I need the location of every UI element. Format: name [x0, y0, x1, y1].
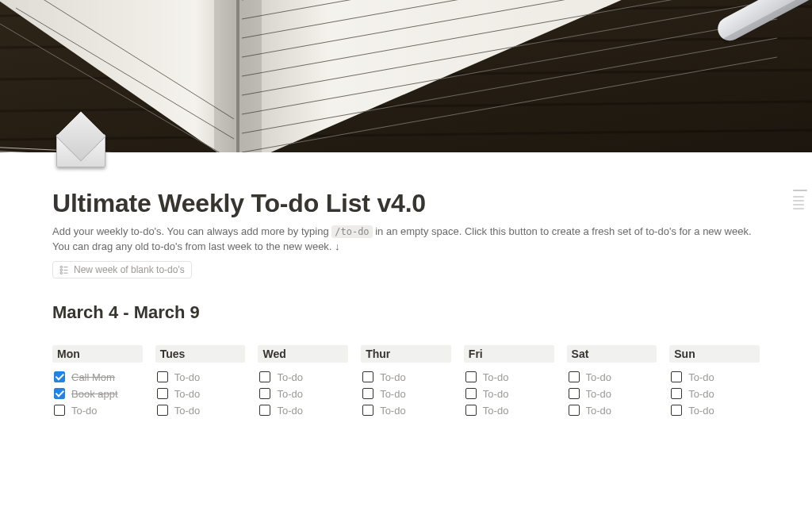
todo-checkbox[interactable]	[157, 371, 168, 382]
todo-checkbox[interactable]	[569, 371, 580, 382]
svg-rect-25	[60, 269, 62, 271]
cover-image	[0, 0, 812, 152]
todo-checkbox[interactable]	[362, 371, 373, 382]
todo-label[interactable]: To-do	[277, 388, 303, 400]
week-columns: MonCall MomBook apptTo-doTuesTo-doTo-doT…	[52, 345, 760, 419]
todo-label[interactable]: To-do	[277, 405, 303, 417]
todo-label[interactable]: To-do	[380, 405, 406, 417]
todo-label[interactable]: To-do	[688, 405, 714, 417]
description-text-1: Add your weekly to-do's. You can always …	[52, 225, 331, 237]
todo-checkbox[interactable]	[259, 371, 270, 382]
todo-checkbox[interactable]	[157, 405, 168, 416]
todo-label[interactable]: To-do	[586, 388, 612, 400]
svg-rect-24	[60, 266, 62, 267]
todo-item[interactable]: To-do	[567, 402, 657, 419]
todo-item[interactable]: To-do	[258, 402, 348, 419]
todo-item[interactable]: To-do	[669, 402, 760, 419]
todo-label[interactable]: To-do	[174, 371, 201, 383]
new-week-button[interactable]: New week of blank to-do's	[52, 261, 192, 278]
todo-checkbox[interactable]	[671, 371, 682, 382]
todo-item[interactable]: To-do	[52, 402, 143, 419]
day-header[interactable]: Thur	[361, 345, 451, 363]
todo-checkbox[interactable]	[157, 388, 168, 399]
day-column: FriTo-doTo-doTo-do	[464, 345, 554, 419]
todo-checkbox[interactable]	[465, 371, 477, 382]
todo-checkbox[interactable]	[671, 388, 682, 399]
todo-checkbox[interactable]	[569, 405, 580, 416]
todo-checkbox[interactable]	[569, 388, 580, 399]
page-icon[interactable]	[52, 122, 109, 179]
todo-label[interactable]: Book appt	[71, 388, 118, 400]
todo-item[interactable]: To-do	[155, 402, 246, 419]
todo-checkbox[interactable]	[54, 371, 65, 382]
todo-label[interactable]: To-do	[688, 388, 714, 400]
todo-item[interactable]: To-do	[464, 386, 554, 402]
todo-item[interactable]: To-do	[669, 386, 760, 402]
day-column: SunTo-doTo-doTo-do	[669, 345, 760, 419]
day-column: SatTo-doTo-doTo-do	[567, 345, 657, 419]
day-header[interactable]: Mon	[52, 345, 143, 363]
todo-item[interactable]: To-do	[567, 386, 657, 402]
todo-checkbox[interactable]	[465, 388, 477, 399]
day-header[interactable]: Fri	[464, 345, 554, 363]
svg-rect-18	[214, 0, 262, 152]
todo-item[interactable]: To-do	[258, 386, 348, 402]
envelope-icon	[56, 134, 105, 167]
todo-item[interactable]: Call Mom	[52, 369, 143, 386]
todo-checkbox[interactable]	[465, 405, 477, 416]
day-header[interactable]: Tues	[155, 345, 246, 363]
todo-item[interactable]: To-do	[361, 402, 451, 419]
todo-label[interactable]: To-do	[380, 371, 406, 383]
day-column: TuesTo-doTo-doTo-do	[155, 345, 246, 419]
todo-item[interactable]: To-do	[361, 369, 451, 386]
day-header[interactable]: Wed	[258, 345, 348, 363]
todo-item[interactable]: To-do	[361, 386, 451, 402]
todo-checkbox[interactable]	[259, 388, 270, 399]
week-range-heading[interactable]: March 4 - March 9	[52, 302, 760, 323]
todo-checkbox[interactable]	[54, 388, 65, 399]
todo-label[interactable]: To-do	[483, 405, 509, 417]
page-title[interactable]: Ultimate Weekly To-do List v4.0	[52, 152, 760, 218]
todo-item[interactable]: To-do	[258, 369, 348, 386]
todo-label[interactable]: To-do	[277, 371, 303, 383]
todo-item[interactable]: To-do	[155, 386, 246, 402]
todo-item[interactable]: To-do	[567, 369, 657, 386]
todo-label[interactable]: Call Mom	[71, 371, 115, 383]
todo-label[interactable]: To-do	[483, 371, 509, 383]
page-description[interactable]: Add your weekly to-do's. You can always …	[52, 225, 760, 255]
new-week-button-label: New week of blank to-do's	[74, 264, 185, 275]
todo-label[interactable]: To-do	[174, 405, 201, 417]
svg-rect-26	[60, 272, 62, 274]
todo-checkbox[interactable]	[259, 405, 270, 416]
todo-item[interactable]: To-do	[669, 369, 760, 386]
todo-checkbox[interactable]	[671, 405, 682, 416]
todo-item[interactable]: To-do	[464, 402, 554, 419]
todo-label[interactable]: To-do	[586, 371, 612, 383]
inline-code-todo: /to-do	[331, 225, 372, 238]
todo-checkbox[interactable]	[362, 405, 373, 416]
checklist-icon	[59, 265, 69, 275]
todo-label[interactable]: To-do	[688, 371, 714, 383]
day-column: WedTo-doTo-doTo-do	[258, 345, 348, 419]
todo-item[interactable]: To-do	[155, 369, 246, 386]
todo-label[interactable]: To-do	[174, 388, 201, 400]
todo-label[interactable]: To-do	[71, 405, 98, 417]
todo-label[interactable]: To-do	[380, 388, 406, 400]
day-column: ThurTo-doTo-doTo-do	[361, 345, 451, 419]
todo-checkbox[interactable]	[54, 405, 65, 416]
day-column: MonCall MomBook apptTo-do	[52, 345, 143, 419]
day-header[interactable]: Sat	[567, 345, 657, 363]
todo-item[interactable]: To-do	[464, 369, 554, 386]
todo-checkbox[interactable]	[362, 388, 373, 399]
day-header[interactable]: Sun	[669, 345, 760, 363]
todo-label[interactable]: To-do	[483, 388, 509, 400]
todo-item[interactable]: Book appt	[52, 386, 143, 402]
todo-label[interactable]: To-do	[586, 405, 612, 417]
